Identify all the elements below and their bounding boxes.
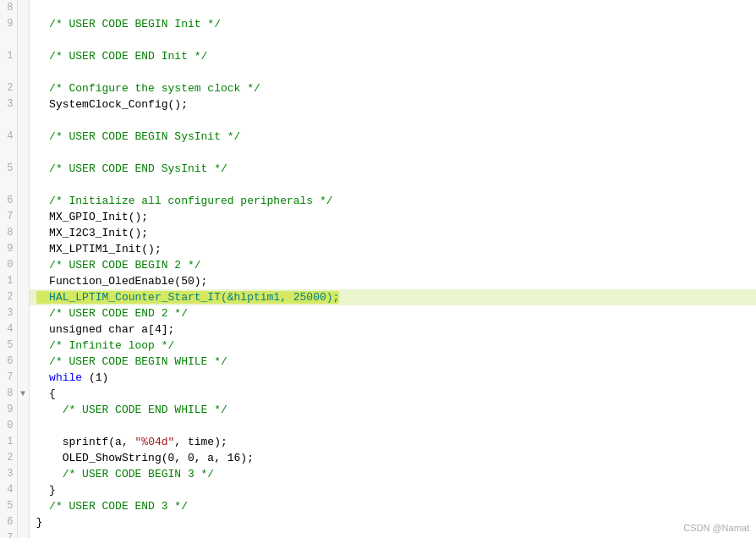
code-content <box>29 177 756 193</box>
fold-indicator[interactable] <box>17 321 29 338</box>
line-number: 7 <box>0 209 17 225</box>
line-number: 3 <box>0 305 17 321</box>
code-area: 89 /* USER CODE BEGIN Init */1 /* USER C… <box>0 0 756 538</box>
fold-indicator[interactable] <box>17 466 29 482</box>
code-content: /* Initialize all configured peripherals… <box>29 193 756 209</box>
line-number: 1 <box>0 273 17 289</box>
code-line-row: 1 /* USER CODE END Init */ <box>0 48 756 64</box>
line-number: 3 <box>0 96 17 113</box>
code-content: MX_I2C3_Init(); <box>29 225 756 241</box>
fold-indicator[interactable] <box>17 257 29 273</box>
code-line-row: 9 /* USER CODE BEGIN Init */ <box>0 16 756 32</box>
fold-indicator[interactable] <box>17 32 29 48</box>
fold-indicator[interactable] <box>17 498 29 514</box>
fold-indicator[interactable] <box>17 241 29 257</box>
fold-indicator[interactable] <box>17 64 29 80</box>
line-number: 0 <box>0 257 17 273</box>
code-content: /* USER CODE BEGIN SysInit */ <box>29 129 756 145</box>
fold-indicator[interactable] <box>17 129 29 145</box>
code-line-row: 4 } <box>0 482 756 498</box>
fold-indicator[interactable] <box>17 450 29 466</box>
line-number: 7 <box>0 530 17 538</box>
code-line-row: 0 /* USER CODE BEGIN 2 */ <box>0 257 756 273</box>
fold-indicator[interactable] <box>17 225 29 241</box>
code-line-row: 9 MX_LPTIM1_Init(); <box>0 241 756 257</box>
code-content: Function_OledEnable(50); <box>29 273 756 289</box>
code-line-row: 3 /* USER CODE BEGIN 3 */ <box>0 466 756 482</box>
code-content: /* USER CODE END Init */ <box>29 48 756 64</box>
code-content: MX_LPTIM1_Init(); <box>29 241 756 257</box>
code-line-row: 2 HAL_LPTIM_Counter_Start_IT(&hlptim1, 2… <box>0 289 756 305</box>
line-number: 5 <box>0 338 17 354</box>
line-number: 1 <box>0 48 17 64</box>
code-content: while (1) <box>29 370 756 386</box>
code-content <box>29 145 756 161</box>
fold-indicator[interactable] <box>17 48 29 64</box>
code-line-row <box>0 113 756 129</box>
fold-indicator[interactable] <box>17 161 29 177</box>
code-line-row: 3 SystemClock_Config(); <box>0 96 756 113</box>
code-content: /* USER CODE END 3 */ <box>29 498 756 514</box>
code-content <box>29 530 756 538</box>
fold-indicator[interactable] <box>17 193 29 209</box>
line-number: 8 <box>0 386 17 402</box>
fold-indicator[interactable] <box>17 514 29 530</box>
line-number: 9 <box>0 241 17 257</box>
code-line-row: 8 <box>0 0 756 16</box>
editor-container: 89 /* USER CODE BEGIN Init */1 /* USER C… <box>0 0 756 538</box>
fold-indicator[interactable] <box>17 145 29 161</box>
fold-indicator[interactable] <box>17 0 29 16</box>
code-content: HAL_LPTIM_Counter_Start_IT(&hlptim1, 250… <box>29 289 756 305</box>
fold-indicator[interactable] <box>17 289 29 305</box>
line-number <box>0 113 17 129</box>
fold-indicator[interactable] <box>17 402 29 418</box>
line-number: 1 <box>0 434 17 450</box>
code-line-row: 5 /* USER CODE END SysInit */ <box>0 161 756 177</box>
line-number: 2 <box>0 450 17 466</box>
fold-indicator[interactable]: ▼ <box>17 386 29 402</box>
line-number: 9 <box>0 16 17 32</box>
fold-indicator[interactable] <box>17 177 29 193</box>
fold-indicator[interactable] <box>17 80 29 96</box>
code-line-row: 7 while (1) <box>0 370 756 386</box>
line-number <box>0 177 17 193</box>
code-line-row: 4 unsigned char a[4]; <box>0 321 756 338</box>
fold-indicator[interactable] <box>17 96 29 113</box>
code-line-row: 8▼ { <box>0 386 756 402</box>
code-line-row: 0 <box>0 418 756 434</box>
fold-indicator[interactable] <box>17 434 29 450</box>
code-line-row <box>0 177 756 193</box>
fold-indicator[interactable] <box>17 418 29 434</box>
fold-indicator[interactable] <box>17 530 29 538</box>
line-number: 3 <box>0 466 17 482</box>
line-number: 2 <box>0 289 17 305</box>
fold-indicator[interactable] <box>17 370 29 386</box>
line-number <box>0 32 17 48</box>
code-content: OLED_ShowString(0, 0, a, 16); <box>29 450 756 466</box>
code-content: /* Configure the system clock */ <box>29 80 756 96</box>
code-content <box>29 113 756 129</box>
code-content <box>29 64 756 80</box>
code-line-row: 5 /* Infinite loop */ <box>0 338 756 354</box>
line-number: 2 <box>0 80 17 96</box>
code-line-row: 3 /* USER CODE END 2 */ <box>0 305 756 321</box>
line-number: 8 <box>0 225 17 241</box>
fold-indicator[interactable] <box>17 209 29 225</box>
fold-indicator[interactable] <box>17 273 29 289</box>
code-line-row: 7 MX_GPIO_Init(); <box>0 209 756 225</box>
line-number: 6 <box>0 193 17 209</box>
fold-indicator[interactable] <box>17 482 29 498</box>
code-line-row: 1 Function_OledEnable(50); <box>0 273 756 289</box>
fold-indicator[interactable] <box>17 305 29 321</box>
fold-indicator[interactable] <box>17 338 29 354</box>
code-content: /* USER CODE BEGIN Init */ <box>29 16 756 32</box>
line-number: 5 <box>0 161 17 177</box>
code-content: /* USER CODE BEGIN 2 */ <box>29 257 756 273</box>
fold-indicator[interactable] <box>17 16 29 32</box>
fold-indicator[interactable] <box>17 113 29 129</box>
line-number: 9 <box>0 402 17 418</box>
code-line-row: 5 /* USER CODE END 3 */ <box>0 498 756 514</box>
fold-indicator[interactable] <box>17 354 29 370</box>
code-content <box>29 418 756 434</box>
code-line-row: 9 /* USER CODE END WHILE */ <box>0 402 756 418</box>
